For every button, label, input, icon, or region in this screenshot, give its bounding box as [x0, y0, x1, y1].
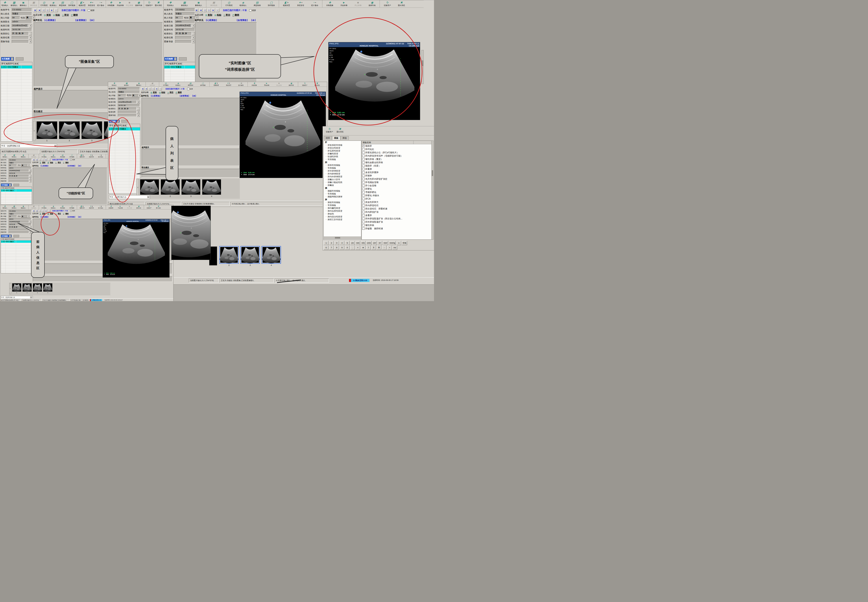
advice-editor[interactable] — [141, 169, 239, 178]
thumbnail-image[interactable] — [81, 121, 102, 139]
field-input[interactable]: 张建业 — [12, 12, 32, 15]
nav-button[interactable]: ▶ — [45, 158, 48, 161]
toolbar-button[interactable]: ▢ 实时视频 — [196, 82, 210, 87]
field-input[interactable] — [9, 177, 29, 180]
ellipsis-button[interactable]: … — [29, 32, 32, 35]
toolbar-button[interactable]: ▢ 实时视频 — [67, 154, 77, 158]
thumbnail-image[interactable] — [37, 121, 57, 139]
thumbnail-item[interactable]: 2 — [219, 246, 239, 266]
dropdown-arrow-icon[interactable]: ▾ — [29, 231, 32, 233]
edit-button[interactable]: ▤粘贴 — [48, 213, 53, 215]
ellipsis-button[interactable]: … — [192, 32, 195, 35]
template-item[interactable]: 肝外胆管阻塞扩张 — [362, 220, 431, 224]
toolbar-button[interactable]: ▣ 保存信息 — [29, 205, 39, 209]
tree-node[interactable]: 胰腺常用模板 — [324, 189, 361, 192]
toolbar-button[interactable]: ▦ 修改病人 — [120, 82, 133, 87]
nav-button[interactable]: ▶ — [45, 210, 48, 212]
dropdown-arrow-icon[interactable]: ▾ — [29, 221, 32, 223]
field-input[interactable]: 59 — [12, 16, 20, 19]
keypad-key[interactable]: Ⅰ — [366, 246, 371, 250]
dropdown-arrow-icon[interactable]: ▾ — [29, 229, 32, 231]
nav-button[interactable]: ▦ — [33, 9, 37, 12]
tree-node[interactable]: 胆囊大小异常 — [324, 178, 361, 181]
measure-link[interactable]: 【余】 — [89, 19, 95, 22]
tree-node[interactable]: 脾内混合性病变 — [324, 215, 361, 218]
query-aux-box[interactable] — [14, 235, 19, 237]
field-input[interactable]: 肝, 胆, 胰, 脾 — [175, 32, 192, 35]
field-input[interactable]: CS-00002 — [12, 8, 32, 11]
field-input[interactable] — [12, 40, 29, 43]
tree-node[interactable]: 弥漫性肝病 — [324, 155, 361, 158]
toolbar-button[interactable]: ◉ 摄录列表 — [134, 205, 144, 209]
toolbar-button[interactable]: ◔▼ 统计备份 — [235, 82, 248, 87]
toolbar-button-switch-user[interactable]: ↻ 切换用户 — [324, 127, 335, 133]
template-item[interactable]: 慢性血吸虫性肝病 — [362, 161, 431, 164]
field-input[interactable]: CS-00002 — [175, 8, 195, 11]
toolbar-button[interactable]: ■ 停止录像 — [273, 82, 285, 87]
checkbox-icon[interactable] — [362, 207, 365, 210]
tree-node[interactable]: 肝外胆管病变 — [324, 169, 361, 172]
ime-selector[interactable]: 中文 - QQ拼音输入法▾ — [109, 195, 150, 199]
template-item[interactable]: 多发性肝囊肿 — [362, 171, 431, 174]
toolbar-button[interactable]: ◧▼ 视频设置 — [78, 205, 87, 209]
edit-button[interactable]: ✂剪切 — [55, 161, 61, 164]
toolbar-button[interactable]: ▢ 实时视频 — [67, 205, 77, 209]
checkbox-icon[interactable] — [362, 211, 365, 213]
field-input[interactable] — [12, 36, 29, 39]
checkbox-icon[interactable] — [362, 178, 365, 180]
tab[interactable]: 测值 — [340, 136, 349, 140]
tab[interactable]: 模板 — [332, 136, 340, 140]
toolbar-button[interactable]: ■ 停止录像 — [125, 205, 134, 209]
dropdown-arrow-icon[interactable]: ▾ — [32, 16, 35, 19]
column-header[interactable]: 序号 — [1, 62, 6, 65]
thumbnail-item[interactable]: 3 — [181, 179, 200, 197]
nav-button[interactable]: ◁ — [203, 9, 207, 12]
edit-button[interactable]: ▥复制 — [205, 14, 212, 17]
thumbnail-image[interactable] — [219, 246, 239, 264]
field-input[interactable]: 59 — [9, 215, 17, 218]
column-header[interactable]: 序号 — [164, 62, 169, 65]
keypad-key[interactable]: s — [396, 241, 401, 245]
column-header[interactable]: 检查序号 — [5, 187, 11, 189]
edit-button[interactable]: ↶撤销 — [63, 213, 69, 215]
template-item[interactable]: 肝脓肿 — [362, 174, 431, 177]
query-aux-box[interactable] — [15, 57, 23, 61]
toolbar-button[interactable]: ✦▼ 系统管理 — [222, 82, 235, 87]
thumbnail-item[interactable]: 1 — [37, 121, 57, 141]
field-extra-input[interactable]: 男 — [21, 164, 27, 166]
column-header[interactable]: 检查序号 — [169, 62, 178, 65]
toolbar-button[interactable]: ✦▼ 系统管理 — [87, 154, 96, 158]
keypad-key[interactable]: mmHg — [389, 241, 396, 245]
toolbar-button[interactable]: ✦▼ 系统管理 — [87, 0, 96, 8]
checkbox-icon[interactable] — [362, 148, 365, 150]
toolbar-button[interactable]: ↻ 切换用户 — [144, 0, 154, 8]
toolbar-button[interactable]: ▣ 保存信息 — [29, 154, 39, 158]
dropdown-arrow-icon[interactable]: ▾ — [29, 24, 32, 27]
dropdown-arrow-icon[interactable]: ▾ — [29, 40, 32, 43]
tree-node[interactable]: 肝脏系统常用模 — [324, 144, 361, 146]
nav-button[interactable]: ◁ — [38, 210, 41, 212]
template-item[interactable]: 早期肝硬化 — [362, 190, 431, 194]
dropdown-arrow-icon[interactable]: ▾ — [27, 164, 30, 166]
scrollbar-vertical[interactable] — [422, 50, 424, 84]
toolbar-button[interactable]: ◧▼ 视频设置 — [210, 82, 222, 87]
field-extra-input[interactable]: 男 — [26, 16, 32, 19]
measure-link[interactable]: 【心脏测值】 — [150, 95, 161, 97]
edit-button[interactable]: ✂剪切 — [167, 91, 173, 94]
query-combo[interactable]: 今天检查▾ — [1, 183, 12, 186]
tree-node[interactable]: 肝 — [324, 141, 361, 144]
keypad-key[interactable]: 空格 — [402, 241, 407, 245]
dropdown-arrow-icon[interactable]: ▾ — [29, 177, 32, 180]
thumbnail-item[interactable]: 3 — [241, 246, 260, 266]
toolbar-button[interactable]: ◎ 打印预览 — [40, 205, 49, 209]
field-input[interactable]: admin — [9, 218, 32, 220]
tree-node[interactable]: 脾 — [324, 198, 361, 201]
keypad-key[interactable]: 3 — [334, 241, 339, 245]
edit-button[interactable]: ✂剪切 — [55, 213, 61, 215]
toolbar-button[interactable]: ▢ 实时视频 — [67, 0, 77, 8]
toolbar-button[interactable]: ▦ 修改病人 — [9, 0, 19, 8]
template-item[interactable]: 肝内胆管结石 — [362, 204, 431, 207]
ellipsis-button[interactable]: … — [29, 175, 32, 177]
template-item[interactable]: 肝CA — [362, 197, 431, 200]
field-input[interactable]: 2016年06月06日 — [118, 101, 137, 103]
